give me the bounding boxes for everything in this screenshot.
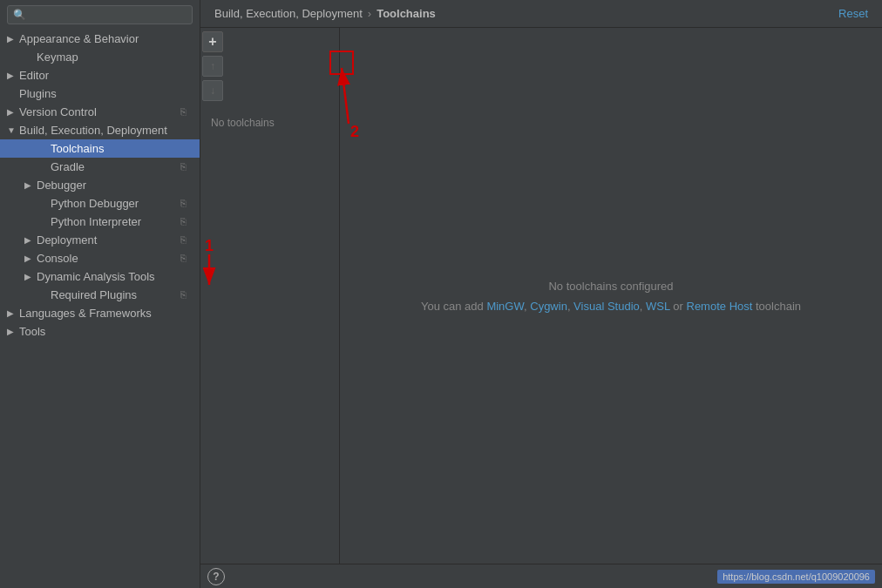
help-button[interactable]: ? [207, 568, 225, 585]
search-box[interactable]: 🔍 [7, 5, 193, 24]
up-arrow-icon: ↑ [210, 60, 215, 72]
copy-icon: ⎘ [180, 289, 193, 301]
toolchains-detail-panel: No toolchains configured You can add Min… [340, 28, 882, 564]
sidebar-item-toolchains[interactable]: Toolchains [0, 139, 200, 158]
expand-arrow: ▶ [24, 180, 35, 190]
sidebar-item-label: Python Interpreter [51, 215, 177, 228]
copy-icon: ⎘ [180, 198, 193, 210]
breadcrumb-parent: Build, Execution, Deployment [214, 7, 363, 20]
expand-arrow: ▶ [7, 327, 17, 336]
sidebar-item-languages[interactable]: ▶ Languages & Frameworks [0, 304, 200, 322]
sidebar-item-editor[interactable]: ▶ Editor [0, 66, 200, 84]
sidebar-item-gradle[interactable]: Gradle ⎘ [0, 158, 200, 176]
breadcrumb-current: Toolchains [377, 7, 436, 20]
mingw-link[interactable]: MinGW [486, 300, 524, 313]
cygwin-link[interactable]: Cygwin [530, 300, 567, 313]
sep3: , [640, 300, 646, 313]
sidebar-item-required-plugins[interactable]: Required Plugins ⎘ [0, 286, 200, 304]
sidebar-item-label: Version Control [19, 105, 177, 118]
down-arrow-icon: ↓ [210, 84, 215, 97]
expand-arrow: ▶ [7, 34, 17, 44]
content-area: Build, Execution, Deployment › Toolchain… [200, 0, 882, 588]
sidebar-item-label: Editor [19, 69, 193, 82]
sidebar-item-label: Dynamic Analysis Tools [37, 270, 193, 283]
sidebar-item-label: Console [37, 252, 177, 265]
sidebar-item-label: Keymap [37, 51, 193, 64]
copy-icon: ⎘ [180, 161, 193, 173]
sidebar-item-python-debugger[interactable]: Python Debugger ⎘ [0, 194, 200, 213]
no-toolchains-label: No toolchains [204, 110, 336, 136]
breadcrumb: Build, Execution, Deployment › Toolchain… [214, 7, 436, 20]
expand-arrow: ▶ [24, 253, 35, 263]
expand-arrow: ▶ [7, 308, 17, 318]
sidebar-item-appearance[interactable]: ▶ Appearance & Behavior [0, 30, 200, 48]
sidebar-item-label: Build, Execution, Deployment [19, 124, 193, 137]
help-icon: ? [213, 571, 219, 583]
sidebar-item-console[interactable]: ▶ Console ⎘ [0, 249, 200, 267]
toolchain-suffix: toolchain [756, 300, 801, 313]
panel-toolbar: + ↑ ↓ [200, 28, 339, 106]
sidebar-item-tools[interactable]: ▶ Tools [0, 322, 200, 341]
sidebar-item-label: Deployment [37, 233, 177, 247]
sidebar-item-label: Debugger [37, 179, 193, 192]
expand-arrow: ▶ [24, 235, 35, 245]
sidebar-item-keymap[interactable]: Keymap [0, 48, 200, 66]
nav-tree: ▶ Appearance & Behavior Keymap ▶ Editor … [0, 30, 200, 341]
remote-host-link[interactable]: Remote Host [687, 300, 753, 313]
sidebar-item-label: Plugins [19, 87, 193, 100]
reset-button[interactable]: Reset [838, 7, 868, 20]
content-header: Build, Execution, Deployment › Toolchain… [200, 0, 882, 28]
expand-arrow: ▶ [24, 272, 35, 281]
sidebar-item-plugins[interactable]: Plugins [0, 84, 200, 103]
sidebar-item-debugger[interactable]: ▶ Debugger [0, 176, 200, 194]
copy-icon: ⎘ [180, 216, 193, 228]
sidebar-item-label: Appearance & Behavior [19, 32, 193, 45]
sidebar-item-deployment[interactable]: ▶ Deployment ⎘ [0, 231, 200, 249]
toolchains-list-panel: + ↑ ↓ No toolchains [200, 28, 340, 564]
sidebar-item-dynamic-analysis[interactable]: ▶ Dynamic Analysis Tools [0, 267, 200, 286]
breadcrumb-sep: › [368, 7, 371, 20]
copy-icon: ⎘ [180, 106, 193, 118]
sidebar-item-label: Python Debugger [51, 197, 177, 210]
sidebar-item-label: Required Plugins [51, 288, 177, 301]
sidebar-item-label: Toolchains [51, 142, 193, 155]
sidebar-item-version-control[interactable]: ▶ Version Control ⎘ [0, 103, 200, 121]
settings-sidebar: 🔍 ▶ Appearance & Behavior Keymap ▶ Edito… [0, 0, 200, 588]
no-config-desc: You can add MinGW, Cygwin, Visual Studio… [421, 300, 801, 313]
no-config-prefix: You can add [421, 300, 486, 313]
copy-icon: ⎘ [180, 253, 193, 265]
split-pane: + ↑ ↓ No toolchains No toolchains config… [200, 28, 882, 564]
expand-arrow: ▶ [7, 71, 17, 80]
or-text: or [670, 300, 687, 313]
search-input[interactable] [31, 9, 187, 21]
sidebar-item-label: Languages & Frameworks [19, 307, 193, 320]
toolchains-list: No toolchains [200, 106, 339, 564]
sidebar-item-label: Tools [19, 325, 193, 338]
bottom-bar: ? https://blog.csdn.net/q1009020096 [200, 564, 882, 588]
sidebar-item-build[interactable]: ▼ Build, Execution, Deployment [0, 121, 200, 139]
url-bar: https://blog.csdn.net/q1009020096 [717, 570, 875, 584]
sidebar-item-label: Gradle [51, 160, 177, 173]
search-icon: 🔍 [13, 9, 26, 21]
visual-studio-link[interactable]: Visual Studio [573, 300, 640, 313]
wsl-link[interactable]: WSL [646, 300, 670, 313]
plus-icon: + [208, 34, 216, 50]
no-config-title: No toolchains configured [548, 280, 673, 293]
sidebar-item-python-interpreter[interactable]: Python Interpreter ⎘ [0, 213, 200, 231]
move-down-button[interactable]: ↓ [202, 80, 223, 101]
copy-icon: ⎘ [180, 234, 193, 247]
expand-arrow: ▶ [7, 107, 17, 117]
add-toolchain-button[interactable]: + [202, 31, 223, 52]
expand-arrow: ▼ [7, 125, 17, 135]
move-up-button[interactable]: ↑ [202, 56, 223, 77]
